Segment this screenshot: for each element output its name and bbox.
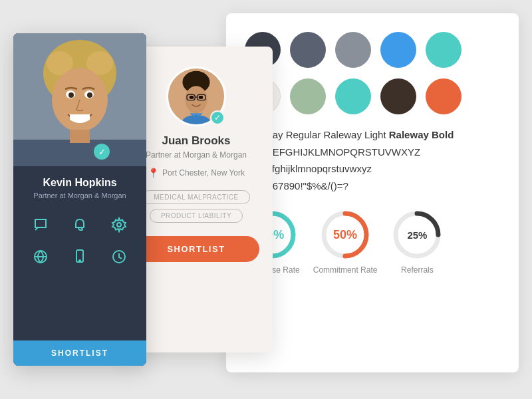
location-icon: 📍 [148, 168, 159, 178]
icons-grid [24, 213, 136, 269]
globe-icon[interactable] [24, 245, 58, 269]
donut-commitment: 50% [319, 208, 372, 261]
stat-referrals-name: Referrals [401, 265, 434, 275]
dark-card-title: Partner at Morgan & Morgan [33, 192, 126, 200]
typography-block: Raleway Regular Raleway Light Raleway Bo… [245, 128, 500, 194]
donut-referrals: 25% [390, 208, 444, 261]
svg-point-24 [87, 92, 92, 98]
color-slate [290, 32, 326, 68]
profile-title: Partner at Morgan & Morgan [146, 150, 247, 160]
svg-point-30 [79, 260, 80, 261]
svg-rect-25 [13, 140, 146, 166]
shortlist-button-dark[interactable]: SHORTLIST [13, 340, 146, 366]
svg-point-23 [68, 92, 74, 98]
type-line-4: 1234567890!"$%&/()=? [245, 179, 500, 194]
gear-icon[interactable] [102, 213, 136, 237]
stat-commitment-rate: 50% Commitment Rate [313, 208, 378, 275]
svg-rect-10 [199, 96, 203, 99]
tags-section: MEDICAL MALPRACTICE PRODUCT LIABILITY [133, 190, 259, 223]
color-orange [426, 78, 462, 114]
svg-point-27 [117, 223, 121, 227]
bell-icon[interactable] [63, 213, 97, 237]
color-teal-2 [335, 78, 371, 114]
tag-medical: MEDICAL MALPRACTICE [142, 190, 249, 204]
stat-commitment-name: Commitment Rate [313, 265, 378, 275]
type-line-2: ABCDEFGHIJKLMNOPQRSTUVWXYZ [245, 145, 500, 160]
profile-check-badge: ✓ [210, 110, 225, 125]
type-line-1: Raleway Regular Raleway Light Raleway Bo… [245, 128, 500, 143]
svg-rect-26 [70, 130, 90, 143]
stats-row: 90% Response Rate 50% Commitment Rate [245, 208, 500, 275]
profile-location-text: Port Chester, New York [162, 168, 245, 178]
mobile-icon[interactable] [63, 245, 97, 269]
svg-rect-9 [190, 96, 194, 99]
dark-card-name: Kevin Hopkins [43, 177, 116, 189]
svg-point-8 [185, 86, 207, 113]
color-row-1 [245, 32, 500, 68]
color-teal [426, 32, 462, 68]
color-sage [290, 78, 326, 114]
profile-location: 📍 Port Chester, New York [148, 168, 245, 178]
stat-referrals: 25% Referrals [390, 208, 444, 275]
color-row-2 [245, 78, 500, 114]
dark-avatar-image [13, 33, 146, 166]
clock-icon[interactable] [102, 245, 136, 269]
color-mid-gray [335, 32, 371, 68]
tag-product: PRODUCT LIABILITY [150, 209, 243, 223]
shortlist-button-orange[interactable]: SHORTLIST [133, 236, 259, 262]
profile-name: Juan Brooks [162, 134, 231, 148]
dark-check-badge: ✓ [94, 144, 110, 160]
donut-commitment-label: 50% [333, 228, 357, 242]
chat-icon[interactable] [24, 213, 58, 237]
color-blue [380, 32, 416, 68]
color-dark-brown [380, 78, 416, 114]
profile-avatar-wrap: ✓ [166, 66, 226, 126]
dark-card-body: Kevin Hopkins Partner at Morgan & Morgan [13, 166, 146, 366]
dark-card: ✓ Kevin Hopkins Partner at Morgan & Morg… [13, 33, 146, 366]
type-line-3: abcdefghijklmnopqrstuvwxyz [245, 162, 500, 177]
scene: Raleway Regular Raleway Light Raleway Bo… [13, 13, 519, 386]
dark-avatar-wrap: ✓ [13, 33, 146, 166]
donut-referrals-label: 25% [407, 229, 427, 241]
